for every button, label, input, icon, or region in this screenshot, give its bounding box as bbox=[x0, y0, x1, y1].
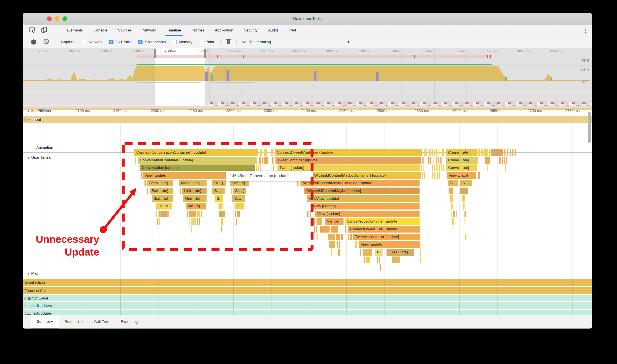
user-timing-bar[interactable] bbox=[501, 157, 501, 164]
chevron-down-icon[interactable]: ▼ bbox=[347, 40, 350, 44]
user-timing-bar[interactable]: S…] bbox=[212, 188, 225, 194]
user-timing-bar[interactable] bbox=[505, 149, 506, 156]
user-timing-bar[interactable] bbox=[147, 188, 148, 194]
user-timing-bar[interactable] bbox=[317, 234, 318, 240]
capture-option-paint[interactable]: Paint bbox=[199, 40, 214, 44]
capture-option-memory[interactable]: Memory bbox=[172, 40, 192, 44]
capture-option-js-profile[interactable]: ✓JS Profile bbox=[109, 40, 132, 44]
user-timing-bar[interactable] bbox=[380, 264, 381, 271]
user-timing-bar[interactable] bbox=[260, 157, 261, 164]
selection-handle-left[interactable] bbox=[154, 49, 156, 58]
filmstrip-frame[interactable] bbox=[581, 102, 591, 105]
user-timing-bar[interactable] bbox=[434, 172, 435, 179]
tab-profiles[interactable]: Profiles bbox=[186, 25, 210, 36]
user-timing-bar[interactable] bbox=[237, 226, 237, 233]
user-timing-bar[interactable] bbox=[260, 149, 262, 156]
user-timing-bar[interactable] bbox=[423, 165, 424, 171]
user-timing-bar[interactable] bbox=[434, 157, 434, 164]
user-timing-bar[interactable] bbox=[144, 180, 146, 186]
user-timing-bar[interactable] bbox=[300, 180, 300, 186]
filmstrip-frame[interactable] bbox=[252, 102, 261, 105]
user-timing-bar[interactable] bbox=[437, 172, 438, 179]
user-timing-bar[interactable] bbox=[432, 149, 433, 156]
user-timing-bar[interactable] bbox=[379, 257, 380, 263]
close-window-button[interactable] bbox=[47, 16, 52, 21]
user-timing-bar[interactable]: View [update] bbox=[359, 241, 420, 248]
user-timing-bar[interactable]: Scr…e] bbox=[230, 180, 249, 186]
filmstrip-frame[interactable] bbox=[231, 102, 240, 105]
user-timing-bar[interactable] bbox=[438, 149, 439, 156]
user-timing-bar[interactable] bbox=[442, 149, 444, 156]
user-timing-bar[interactable] bbox=[168, 211, 169, 217]
user-timing-bar[interactable] bbox=[345, 226, 346, 233]
filmstrip-frame[interactable] bbox=[262, 102, 272, 105]
user-timing-bar[interactable] bbox=[197, 218, 198, 225]
user-timing-bar[interactable] bbox=[462, 195, 465, 202]
user-timing-bar[interactable]: Conve…ate] bbox=[446, 165, 477, 171]
user-timing-bar[interactable] bbox=[314, 226, 315, 233]
timeline-details-pane[interactable]: Mouse Up ▼Input Animation ▼User Timing C… bbox=[23, 116, 592, 315]
user-timing-bar[interactable] bbox=[491, 149, 503, 156]
details-tab-summary[interactable]: Summary bbox=[31, 315, 59, 328]
trash-icon[interactable] bbox=[225, 38, 231, 46]
user-timing-bar[interactable]: S… bbox=[215, 195, 223, 202]
tab-console[interactable]: Console bbox=[88, 25, 113, 36]
user-timing-bar[interactable]: Conve…ate] bbox=[446, 157, 478, 164]
checkbox-unchecked-icon[interactable] bbox=[199, 40, 203, 44]
user-timing-bar[interactable]: GridView [update] bbox=[307, 195, 420, 202]
user-timing-bar[interactable] bbox=[219, 203, 220, 209]
user-timing-bar[interactable] bbox=[339, 241, 340, 248]
vertical-scrollbar[interactable] bbox=[588, 112, 591, 143]
user-timing-bar[interactable]: ScribePropsContainer [update] bbox=[345, 218, 420, 225]
record-button[interactable] bbox=[31, 39, 36, 45]
user-timing-bar[interactable] bbox=[355, 241, 357, 248]
user-timing-bar[interactable] bbox=[460, 188, 468, 194]
tab-security[interactable]: Security bbox=[238, 25, 263, 36]
filmstrip-frame[interactable] bbox=[379, 102, 389, 105]
user-timing-bar[interactable] bbox=[432, 157, 432, 164]
device-toolbar-icon[interactable] bbox=[41, 26, 48, 34]
user-timing-bar[interactable] bbox=[297, 180, 298, 186]
user-timing-bar[interactable] bbox=[360, 249, 361, 256]
filmstrip-frame[interactable] bbox=[284, 102, 294, 105]
user-timing-bar[interactable]: TweetContainer [update] bbox=[275, 157, 421, 164]
user-timing-bar[interactable] bbox=[366, 257, 370, 263]
user-timing-bar[interactable] bbox=[423, 157, 424, 164]
user-timing-bar[interactable] bbox=[158, 226, 158, 233]
user-timing-bar[interactable] bbox=[420, 257, 421, 263]
user-timing-bar[interactable] bbox=[219, 211, 220, 217]
user-timing-bar[interactable] bbox=[272, 157, 273, 164]
tab-perf[interactable]: Perf bbox=[284, 25, 301, 36]
user-timing-bar[interactable] bbox=[487, 165, 488, 171]
user-timing-bar[interactable] bbox=[438, 157, 438, 164]
user-timing-bar[interactable] bbox=[160, 211, 167, 217]
user-timing-bar[interactable] bbox=[463, 203, 464, 209]
user-timing-bar[interactable] bbox=[509, 149, 509, 156]
user-timing-bar[interactable] bbox=[235, 211, 236, 217]
user-timing-bar[interactable]: Connect(TweetContainer) [update] bbox=[275, 149, 423, 156]
filmstrip-frame[interactable] bbox=[486, 102, 496, 105]
user-timing-bar[interactable] bbox=[515, 149, 516, 156]
tab-audits[interactable]: Audits bbox=[263, 25, 284, 36]
lane-header-user-timing[interactable]: ▼User Timing bbox=[27, 156, 51, 160]
filmstrip-frame[interactable] bbox=[401, 102, 411, 105]
user-timing-bar[interactable] bbox=[437, 165, 438, 171]
filmstrip-frame[interactable] bbox=[539, 102, 549, 105]
user-timing-bar[interactable] bbox=[231, 188, 232, 194]
user-timing-bar[interactable] bbox=[428, 157, 429, 164]
user-timing-bar[interactable] bbox=[192, 226, 192, 233]
main-row-dispatchevent[interactable]: dispatchEvent bbox=[23, 295, 592, 301]
user-timing-bar[interactable]: Vie…e] bbox=[186, 203, 206, 209]
user-timing-bar[interactable] bbox=[478, 172, 480, 179]
user-timing-bar[interactable] bbox=[264, 149, 267, 156]
user-timing-bar[interactable] bbox=[262, 157, 263, 164]
user-timing-bar[interactable] bbox=[331, 226, 338, 233]
user-timing-bar[interactable]: LikeT…ate] bbox=[386, 249, 414, 256]
user-timing-bar[interactable] bbox=[238, 218, 238, 225]
user-timing-bar[interactable] bbox=[507, 149, 508, 156]
user-timing-bar[interactable] bbox=[313, 218, 315, 225]
user-timing-bar[interactable] bbox=[436, 149, 437, 156]
tab-network[interactable]: Network bbox=[137, 25, 162, 36]
user-timing-bar[interactable] bbox=[336, 234, 340, 240]
user-timing-bar[interactable] bbox=[420, 249, 421, 256]
